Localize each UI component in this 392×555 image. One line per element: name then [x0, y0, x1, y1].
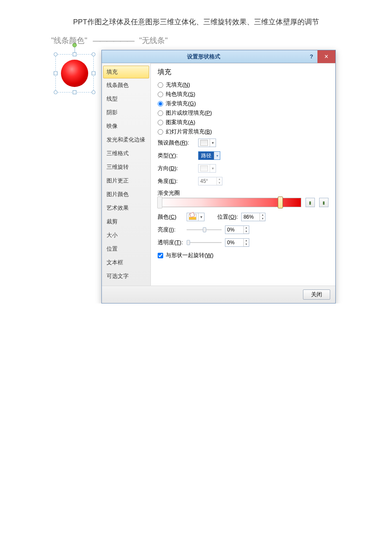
sidebar-item-3[interactable]: 阴影	[102, 106, 150, 119]
resize-handle-tr[interactable]	[92, 52, 95, 56]
rotation-handle[interactable]	[72, 43, 77, 47]
direction-dropdown[interactable]: ▼	[198, 164, 216, 173]
fill-radio-4[interactable]	[158, 120, 163, 125]
spin-up-icon[interactable]: ▲	[260, 213, 265, 217]
chevron-down-icon: ▼	[198, 213, 204, 221]
help-button[interactable]: ?	[306, 53, 317, 60]
fill-radio-0[interactable]	[158, 82, 163, 88]
spin-down-icon[interactable]: ▼	[217, 181, 222, 185]
resize-handle-bl[interactable]	[54, 90, 58, 94]
chevron-down-icon: ▼	[210, 139, 216, 147]
fill-option-5[interactable]: 幻灯片背景填充(B)	[158, 127, 329, 136]
chevron-down-icon: ▾	[214, 152, 220, 159]
preset-color-dropdown[interactable]: ▼	[198, 139, 216, 147]
sidebar-item-13[interactable]: 位置	[102, 242, 150, 256]
add-gradient-stop-button[interactable]: ▮	[306, 198, 315, 207]
fill-radio-2[interactable]	[158, 101, 163, 107]
fill-option-label: 纯色填充(S)	[166, 90, 195, 98]
dialog-titlebar[interactable]: 设置形状格式 ? ×	[102, 50, 335, 63]
format-shape-dialog: 设置形状格式 ? × 填充线条颜色线型阴影映像发光和柔化边缘三维格式三维旋转图片…	[101, 50, 336, 304]
direction-label: 方向(D):	[158, 165, 194, 172]
gradient-stops-label: 渐变光圈	[158, 188, 329, 198]
sidebar-item-0[interactable]: 填充	[103, 66, 149, 78]
sidebar-item-4[interactable]: 映像	[102, 119, 150, 133]
resize-handle-tl[interactable]	[54, 52, 58, 56]
spin-down-icon[interactable]: ▼	[244, 230, 249, 234]
sidebar-item-11[interactable]: 裁剪	[102, 215, 150, 228]
direction-swatch	[200, 165, 208, 171]
position-spinner[interactable]: ▲▼	[241, 213, 265, 221]
color-dropdown[interactable]: ▼	[187, 213, 205, 221]
rotate-with-shape-label[interactable]: 与形状一起旋转(W)	[166, 251, 213, 259]
resize-handle-t[interactable]	[73, 52, 77, 56]
fill-option-3[interactable]: 图片或纹理填充(P)	[158, 108, 329, 118]
angle-spinner[interactable]: ▲▼	[198, 177, 222, 185]
dialog-title: 设置形状格式	[102, 53, 306, 61]
sidebar-item-1[interactable]: 线条颜色	[102, 78, 150, 92]
remove-gradient-stop-button[interactable]: ▮	[319, 198, 329, 207]
breadcrumb-b: 无线条	[142, 36, 165, 45]
resize-handle-l[interactable]	[54, 72, 58, 75]
chevron-down-icon: ▼	[210, 165, 216, 172]
gradient-stop-1[interactable]	[157, 197, 162, 208]
angle-input[interactable]	[199, 177, 216, 185]
fill-option-0[interactable]: 无填充(N)	[158, 80, 329, 90]
preset-color-swatch	[200, 140, 208, 146]
rotate-with-shape-checkbox[interactable]	[158, 253, 163, 258]
angle-label: 角度(E):	[158, 177, 194, 185]
slider-thumb[interactable]	[187, 240, 190, 245]
slider-thumb[interactable]	[203, 227, 206, 232]
brightness-spinner[interactable]: ▲▼	[225, 225, 249, 234]
shape-preview[interactable]	[51, 50, 98, 97]
gradient-track[interactable]	[158, 198, 301, 207]
sidebar-item-7[interactable]: 三维旋转	[102, 160, 150, 174]
position-input[interactable]	[242, 213, 259, 221]
panel-title: 填充	[158, 68, 329, 77]
selection-bounds	[55, 54, 94, 92]
fill-radio-5[interactable]	[158, 129, 163, 135]
transparency-input[interactable]	[225, 239, 243, 246]
fill-radio-1[interactable]	[158, 92, 163, 97]
close-button[interactable]: 关闭	[303, 289, 330, 300]
fill-option-2[interactable]: 渐变填充(G)	[158, 99, 329, 108]
spin-up-icon[interactable]: ▲	[244, 226, 249, 230]
fill-option-label: 图案填充(A)	[166, 119, 195, 126]
document-title: PPT作图之球体及任意图形三维立体化、三维旋转效果、三维立体壁厚的调节	[0, 0, 392, 35]
transparency-spinner[interactable]: ▲▼	[225, 238, 249, 247]
position-label: 位置(O):	[217, 213, 238, 221]
fill-option-1[interactable]: 纯色填充(S)	[158, 90, 329, 99]
resize-handle-r[interactable]	[92, 72, 95, 75]
resize-handle-br[interactable]	[92, 90, 95, 94]
sidebar-item-12[interactable]: 大小	[102, 228, 150, 242]
sidebar-item-14[interactable]: 文本框	[102, 256, 150, 269]
brightness-label: 亮度(I):	[158, 226, 183, 234]
gradient-stop-2[interactable]	[278, 197, 283, 208]
transparency-slider[interactable]	[187, 239, 222, 246]
fill-option-label: 无填充(N)	[166, 81, 190, 89]
brightness-slider[interactable]	[187, 226, 222, 233]
sidebar-item-5[interactable]: 发光和柔化边缘	[102, 133, 150, 147]
dialog-footer: 关闭	[102, 286, 335, 303]
type-dropdown[interactable]: 路径 ▾	[198, 151, 220, 160]
fill-option-label: 幻灯片背景填充(B)	[166, 128, 212, 136]
sphere-shape[interactable]	[61, 60, 88, 87]
sidebar-item-6[interactable]: 三维格式	[102, 147, 150, 160]
preset-color-label: 预设颜色(R):	[158, 139, 194, 147]
spin-down-icon[interactable]: ▼	[260, 217, 265, 221]
paint-bucket-icon	[189, 214, 196, 220]
sidebar-item-9[interactable]: 图片颜色	[102, 188, 150, 201]
spin-up-icon[interactable]: ▲	[244, 239, 249, 243]
sidebar-item-15[interactable]: 可选文字	[102, 269, 150, 283]
fill-option-4[interactable]: 图案填充(A)	[158, 118, 329, 127]
sidebar-item-10[interactable]: 艺术效果	[102, 201, 150, 215]
brightness-input[interactable]	[225, 226, 243, 234]
sidebar-item-8[interactable]: 图片更正	[102, 174, 150, 188]
breadcrumb: "线条颜色" —————— "无线条"	[0, 35, 392, 50]
spin-up-icon[interactable]: ▲	[217, 177, 222, 181]
close-icon[interactable]: ×	[317, 50, 335, 63]
sidebar-item-2[interactable]: 线型	[102, 92, 150, 106]
transparency-label: 透明度(T):	[158, 239, 183, 246]
fill-radio-3[interactable]	[158, 110, 163, 116]
resize-handle-b[interactable]	[73, 90, 77, 94]
spin-down-icon[interactable]: ▼	[244, 243, 249, 246]
